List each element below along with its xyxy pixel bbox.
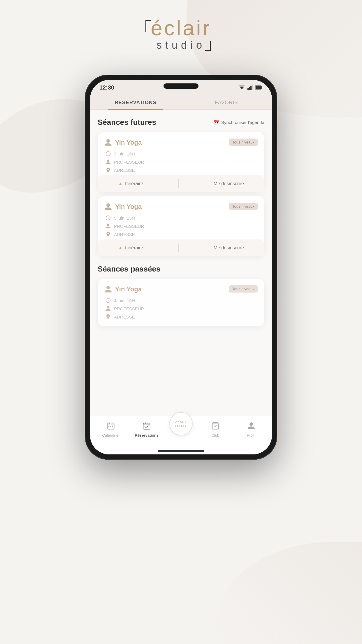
nav-center-button[interactable]: éclair studio xyxy=(169,412,193,435)
club-label: Club xyxy=(211,433,219,438)
session-date-past-1: 4 juin, 15H xyxy=(114,298,135,303)
status-time: 12:30 xyxy=(99,84,114,91)
club-icon xyxy=(210,420,221,431)
passees-section-heading: Séances passées xyxy=(98,265,264,274)
clock-icon-1 xyxy=(105,151,111,157)
calendrier-icon xyxy=(105,420,116,431)
session-title-past-1: Yin Yoga xyxy=(115,286,142,293)
svg-rect-16 xyxy=(145,422,145,424)
session-address-1: ADRESSE xyxy=(114,168,135,173)
calendrier-label: Calendrier xyxy=(102,433,120,438)
divider-1 xyxy=(178,179,179,188)
detail-teacher-1: PROFESSEUR xyxy=(105,159,258,165)
logo-area: éclair studio xyxy=(151,18,211,51)
card-header-past-1: Yin Yoga Tous niveaux xyxy=(104,285,258,293)
card-title-row-past-1: Yin Yoga xyxy=(104,285,142,293)
session-date-1: 3 juin, 15H xyxy=(114,151,135,156)
battery-icon xyxy=(255,85,263,90)
person-icon-past-1 xyxy=(104,285,112,293)
svg-rect-11 xyxy=(112,422,113,424)
teacher-icon-2 xyxy=(105,223,111,229)
level-badge-past-1: Tous niveaux xyxy=(229,285,258,293)
location-icon-past-1 xyxy=(105,314,111,320)
svg-rect-5 xyxy=(252,85,253,90)
teacher-icon-past-1 xyxy=(105,306,111,312)
svg-rect-2 xyxy=(247,88,249,90)
detail-address-2: ADRESSE xyxy=(105,231,258,237)
session-teacher-1: PROFESSEUR xyxy=(114,160,144,164)
desinscrire-btn-2[interactable]: Me désinscrire xyxy=(214,245,244,251)
nav-icon-2: ▲ xyxy=(118,245,123,251)
phone-frame: 12:30 xyxy=(85,75,277,460)
signal-icon xyxy=(247,85,253,90)
svg-rect-15 xyxy=(143,423,150,429)
svg-marker-1 xyxy=(239,85,245,88)
itineraire-label-2: Itinéraire xyxy=(125,245,143,251)
calendar-sync-icon: 📅 xyxy=(214,120,219,125)
future-session-2: Yin Yoga Tous niveaux 9 juin, 15H xyxy=(98,196,264,256)
status-icons xyxy=(239,85,263,90)
nav-icon-1: ▲ xyxy=(118,181,123,186)
level-badge-1: Tous niveaux xyxy=(229,139,258,146)
teacher-icon-1 xyxy=(105,159,111,165)
session-title-2: Yin Yoga xyxy=(115,203,142,211)
svg-rect-14 xyxy=(112,426,113,427)
svg-rect-9 xyxy=(108,423,114,429)
past-session-1: Yin Yoga Tous niveaux 4 juin, 15H xyxy=(98,279,264,326)
detail-address-past-1: ADRESSE xyxy=(105,314,258,320)
level-badge-2: Tous niveaux xyxy=(229,203,258,210)
detail-date-1: 3 juin, 15H xyxy=(105,151,258,157)
session-address-2: ADRESSE xyxy=(114,232,135,237)
card-details-1: 3 juin, 15H PROFESSEUR ADR xyxy=(105,151,258,173)
home-bar xyxy=(158,450,204,452)
svg-rect-13 xyxy=(110,426,112,427)
status-bar: 12:30 xyxy=(90,80,272,95)
desinscrire-btn-1[interactable]: Me désinscrire xyxy=(214,181,244,186)
session-address-past-1: ADRESSE xyxy=(114,314,135,319)
sync-label: Synchroniser l'agenda xyxy=(221,120,264,125)
card-actions-2: ▲ Itinéraire Me désinscrire xyxy=(98,239,264,256)
card-details-past-1: 4 juin, 15H PROFESSEUR ADR xyxy=(105,298,258,320)
wifi-icon xyxy=(239,85,245,90)
desinscrire-label-1: Me désinscrire xyxy=(214,181,244,186)
futures-title: Séances futures xyxy=(98,118,156,127)
nav-item-profil[interactable]: Profil xyxy=(238,420,264,438)
session-title-1: Yin Yoga xyxy=(115,139,142,146)
nav-item-club[interactable]: Club xyxy=(202,420,229,438)
tab-reservations[interactable]: RÉSERVATIONS xyxy=(90,95,181,109)
home-indicator xyxy=(90,448,272,454)
detail-teacher-past-1: PROFESSEUR xyxy=(105,306,258,312)
detail-teacher-2: PROFESSEUR xyxy=(105,223,258,229)
futures-section-heading: Séances futures 📅 Synchroniser l'agenda xyxy=(98,118,264,127)
nav-item-calendrier[interactable]: Calendrier xyxy=(98,420,124,438)
card-title-row-1: Yin Yoga xyxy=(104,139,142,147)
nav-item-reservations[interactable]: Réservations xyxy=(133,420,160,438)
bottom-nav: Calendrier Réservations xyxy=(90,416,272,448)
card-details-2: 9 juin, 15H PROFESSEUR ADR xyxy=(105,215,258,237)
person-icon-1 xyxy=(104,139,112,147)
svg-rect-12 xyxy=(108,426,110,427)
svg-rect-4 xyxy=(250,86,252,90)
desinscrire-label-2: Me désinscrire xyxy=(214,245,244,251)
card-actions-1: ▲ Itinéraire Me désinscrire xyxy=(98,175,264,192)
card-header-2: Yin Yoga Tous niveaux xyxy=(104,203,258,211)
tab-favoris[interactable]: FAVORIS xyxy=(181,95,272,109)
svg-rect-8 xyxy=(256,86,261,89)
bg-decoration-bottom xyxy=(216,542,362,644)
itineraire-btn-1[interactable]: ▲ Itinéraire xyxy=(118,181,143,186)
location-icon-1 xyxy=(105,167,111,173)
location-icon-2 xyxy=(105,231,111,237)
detail-date-past-1: 4 juin, 15H xyxy=(105,298,258,303)
session-teacher-2: PROFESSEUR xyxy=(114,224,144,229)
sync-button[interactable]: 📅 Synchroniser l'agenda xyxy=(214,120,264,125)
clock-icon-past-1 xyxy=(105,298,111,303)
reservations-label: Réservations xyxy=(135,433,159,438)
detail-address-1: ADRESSE xyxy=(105,167,258,173)
session-date-2: 9 juin, 15H xyxy=(114,216,135,220)
passees-title: Séances passées xyxy=(98,265,160,274)
itineraire-label-1: Itinéraire xyxy=(125,181,143,186)
profil-icon xyxy=(246,420,257,431)
itineraire-btn-2[interactable]: ▲ Itinéraire xyxy=(118,245,143,251)
future-session-1: Yin Yoga Tous niveaux 3 juin, 15H xyxy=(98,132,264,192)
logo-sub: studio xyxy=(157,39,205,51)
